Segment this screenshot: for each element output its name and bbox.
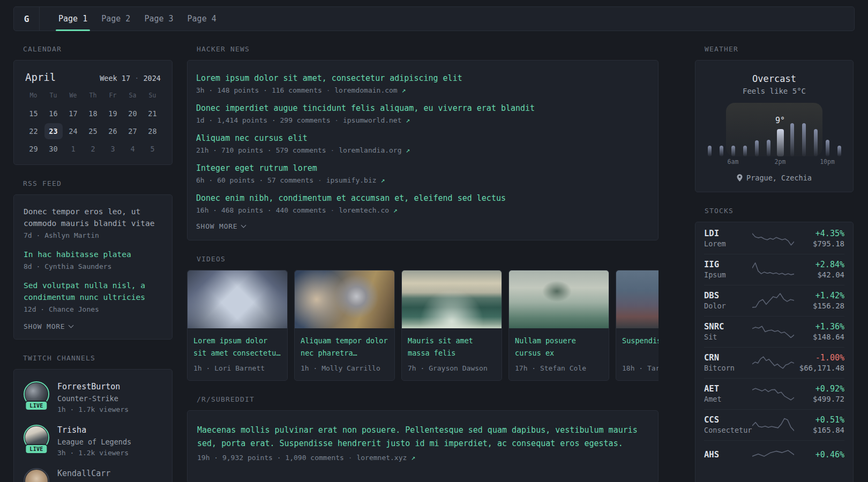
stock-row[interactable]: DBS Dolor +1.42% $156.28: [704, 285, 844, 316]
hn-meta-text: 3h · 148 points · 116 comments: [196, 86, 322, 94]
page-tab[interactable]: Page 2: [94, 7, 137, 31]
hackernews-show-more-button[interactable]: SHOW MORE: [196, 222, 245, 230]
stock-row[interactable]: CRN Bitcorn -1.00% $66,171.48: [704, 347, 844, 378]
logo[interactable]: G: [14, 7, 40, 31]
calendar-day: 4: [124, 141, 142, 157]
subreddit-post-title[interactable]: Maecenas mollis pulvinar erat non posuer…: [197, 424, 648, 450]
stock-symbol: AET: [704, 384, 752, 394]
channel-info: ForrestBurton Counter-Strike 1h · 1.7k v…: [57, 381, 129, 415]
page-tab[interactable]: Page 3: [137, 7, 180, 31]
hn-story-title[interactable]: Donec enim nibh, condimentum et accumsan…: [196, 192, 649, 204]
hn-source-link[interactable]: loremtech.co: [339, 206, 389, 214]
rss-show-more-button[interactable]: SHOW MORE: [24, 322, 73, 330]
calendar-card: April Week 17 · 2024 Mo Tu We Th Fr Sa S…: [13, 60, 173, 165]
stock-symbol: SNRC: [704, 322, 752, 332]
video-thumbnail: [616, 270, 659, 328]
subreddit-widget-header: /R/SUBREDDIT: [187, 395, 659, 403]
hackernews-widget-header: HACKER NEWS: [187, 45, 659, 53]
video-card-body: Mauris sit amet massa felis 7h · Grayson…: [402, 328, 502, 380]
show-more-label: SHOW MORE: [196, 222, 237, 230]
subreddit-post: Maecenas mollis pulvinar erat non posuer…: [197, 424, 648, 462]
rss-item: Sed volutpat nulla nisl, a condimentum n…: [24, 280, 162, 313]
stocks-widget: STOCKS LDI Lorem +4.35% $795.18 IIG Ipsu…: [695, 207, 854, 482]
rss-item: In hac habitasse platea 8d · Cynthia Sau…: [24, 248, 162, 270]
video-title: Suspendisse diam: [622, 335, 659, 359]
subreddit-widget: /R/SUBREDDIT Maecenas mollis pulvinar er…: [187, 395, 659, 482]
stock-symbol: LDI: [704, 229, 752, 238]
hn-source-link[interactable]: loremlandia.org: [339, 146, 401, 154]
stock-change: -1.00%: [794, 353, 844, 363]
stock-row[interactable]: SNRC Sit +1.36% $148.64: [704, 316, 844, 347]
calendar-day: 22: [25, 123, 43, 139]
subreddit-post-meta: 19h · 9,932 points · 1,090 comments · lo…: [197, 454, 648, 462]
weather-location: Prague, Czechia: [705, 174, 843, 182]
stock-row[interactable]: CCS Consectetur +0.51% $165.84: [704, 409, 844, 440]
channel-meta: 3h · 1.2k viewers: [57, 448, 131, 458]
column-middle: HACKER NEWS Lorem ipsum dolor sit amet, …: [187, 45, 659, 482]
hn-story-meta: 6h · 60 points · 57 comments · ipsumify.…: [196, 176, 649, 184]
hn-meta-text: 6h · 60 points · 57 comments: [196, 176, 313, 184]
channel-name[interactable]: KendallCarr: [57, 469, 110, 478]
hn-story-title[interactable]: Integer eget rutrum lorem: [196, 162, 649, 174]
video-card[interactable]: Suspendisse diam 18h · Tara: [616, 270, 659, 381]
hn-source-link[interactable]: loremdomain.com: [334, 86, 397, 94]
stock-row[interactable]: AHS +0.46%: [704, 440, 844, 470]
stock-row[interactable]: LDI Lorem +4.35% $795.18: [704, 223, 844, 254]
twitch-channel-row[interactable]: LIVE ForrestBurton Counter-Strike 1h · 1…: [24, 381, 162, 415]
channel-info: Trisha League of Legends 3h · 1.2k viewe…: [57, 425, 131, 458]
hn-story-meta: 16h · 468 points · 440 comments · loremt…: [196, 206, 649, 214]
page-tabs: Page 1 Page 2 Page 3 Page 4: [40, 7, 223, 31]
stock-row[interactable]: IIG Ipsum +2.84% $42.04: [704, 254, 844, 285]
hn-story-title[interactable]: Aliquam nec cursus elit: [196, 132, 649, 144]
weather-bar: [755, 140, 759, 156]
external-link-icon: ↗: [398, 86, 406, 94]
stock-id: CCS Consectetur: [704, 415, 752, 434]
page-tab[interactable]: Page 1: [51, 7, 94, 31]
video-card[interactable]: Aliquam tempor dolor nec pharetra… 1h · …: [294, 270, 395, 381]
page-tab-label: Page 4: [188, 14, 216, 24]
hn-story-title[interactable]: Lorem ipsum dolor sit amet, consectetur …: [196, 72, 649, 84]
hackernews-widget: HACKER NEWS Lorem ipsum dolor sit amet, …: [187, 45, 659, 240]
rss-item-meta: 7d · Ashlyn Martin: [24, 231, 162, 239]
stock-name: Bitcorn: [704, 364, 752, 372]
subreddit-meta-text: 19h · 9,932 points · 1,090 comments: [197, 454, 344, 462]
hn-source-link[interactable]: ipsumify.biz: [326, 176, 377, 184]
calendar-day: 19: [104, 106, 122, 122]
channel-info: KendallCarr: [57, 468, 110, 480]
calendar-day: 25: [84, 123, 102, 139]
weekday-label: Th: [83, 92, 103, 104]
rss-widget: RSS FEED Donec tempor eros leo, ut commo…: [13, 179, 173, 340]
stock-name: Dolor: [704, 302, 752, 310]
show-more-label: SHOW MORE: [24, 322, 65, 330]
rss-item-title[interactable]: In hac habitasse platea: [24, 248, 162, 260]
weather-bars: 9°: [705, 122, 843, 156]
video-meta: 1h · Lori Barnett: [193, 364, 281, 372]
videos-widget: VIDEOS Lorem ipsum dolor sit amet consec…: [187, 255, 659, 381]
video-card[interactable]: Lorem ipsum dolor sit amet consectetu… 1…: [187, 270, 288, 381]
calendar-day: 5: [144, 141, 162, 157]
stocks-card: LDI Lorem +4.35% $795.18 IIG Ipsum +2.84…: [695, 222, 854, 482]
page-tab[interactable]: Page 4: [181, 7, 223, 31]
video-thumbnail: [402, 270, 502, 328]
twitch-channel-row[interactable]: KendallCarr: [24, 468, 162, 482]
hn-source-link[interactable]: ipsumworld.net: [343, 116, 402, 124]
subreddit-source-link[interactable]: loremnet.xyz: [356, 454, 407, 462]
calendar-day: 1: [64, 141, 83, 157]
weather-bar: [708, 146, 712, 156]
calendar-day: 27: [124, 123, 142, 139]
twitch-channel-row[interactable]: LIVE Trisha League of Legends 3h · 1.2k …: [24, 425, 162, 458]
hn-story-title[interactable]: Donec imperdiet augue tincidunt felis al…: [196, 102, 649, 114]
stocks-widget-header: STOCKS: [695, 207, 854, 215]
weather-hour-labels: 6am2pm10pm: [705, 158, 843, 166]
video-card[interactable]: Nullam posuere cursus ex 17h · Stefan Co…: [508, 270, 609, 381]
page-tab-label: Page 1: [58, 14, 87, 24]
stock-values: -1.00% $66,171.48: [794, 353, 844, 372]
channel-name[interactable]: Trisha: [57, 425, 86, 435]
video-card[interactable]: Mauris sit amet massa felis 7h · Grayson…: [401, 270, 502, 381]
weather-bar: [802, 123, 806, 156]
stock-row[interactable]: AET Amet +0.92% $499.72: [704, 378, 844, 409]
rss-item-title[interactable]: Sed volutpat nulla nisl, a condimentum n…: [24, 280, 162, 303]
rss-item-title[interactable]: Donec tempor eros leo, ut commodo mauris…: [24, 206, 162, 229]
stock-id: CRN Bitcorn: [704, 353, 752, 372]
channel-name[interactable]: ForrestBurton: [57, 382, 120, 391]
